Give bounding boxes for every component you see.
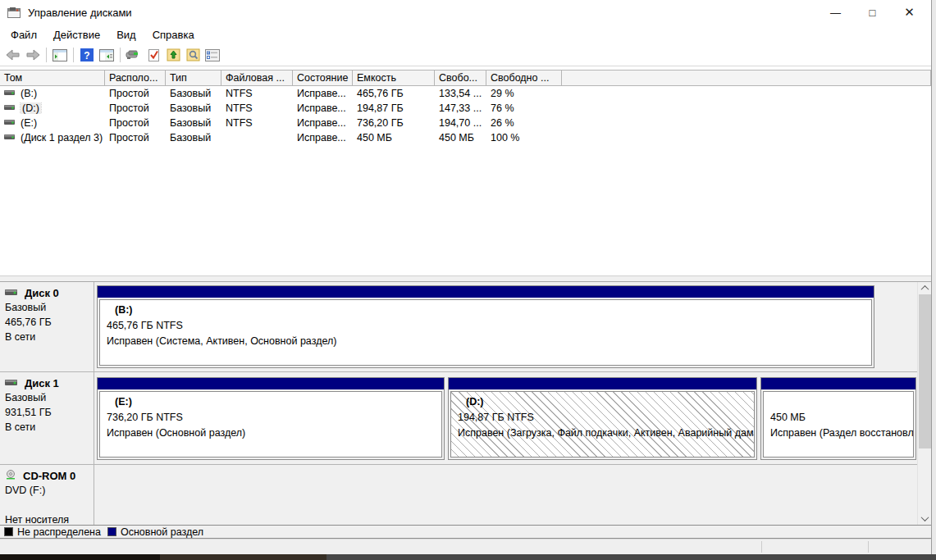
partition-status: Исправен (Основной раздел) bbox=[107, 426, 441, 441]
free-pct-cell: 26 % bbox=[486, 117, 562, 129]
volume-name-cell: (E:) bbox=[0, 117, 105, 129]
column-header-volume[interactable]: Том bbox=[0, 71, 105, 85]
disk-icon bbox=[5, 287, 18, 299]
column-header-status[interactable]: Состояние bbox=[293, 71, 353, 85]
close-button[interactable]: ✕ bbox=[891, 0, 928, 25]
app-icon bbox=[7, 7, 21, 19]
table-row-volume-recovery[interactable]: (Диск 1 раздел 3) Простой Базовый Исправ… bbox=[0, 130, 931, 145]
volume-icon bbox=[4, 88, 16, 99]
cdrom-label[interactable]: CD-ROM 0 DVD (F:) Нет носителя bbox=[0, 465, 94, 525]
legend-bar: Не распределена Основной раздел bbox=[0, 525, 931, 539]
check-document-icon[interactable] bbox=[144, 46, 163, 64]
maximize-button[interactable]: □ bbox=[854, 0, 891, 25]
disk-icon bbox=[5, 377, 18, 389]
forward-icon[interactable] bbox=[23, 46, 43, 64]
partition-status: Исправен (Система, Активен, Основной раз… bbox=[107, 334, 871, 349]
statusbar-separator bbox=[761, 541, 762, 553]
partition-b[interactable]: (B:) 465,76 ГБ NTFS Исправен (Система, А… bbox=[97, 285, 874, 368]
find-icon[interactable] bbox=[183, 46, 203, 64]
filesystem-cell: NTFS bbox=[221, 88, 293, 99]
type-cell: Базовый bbox=[166, 88, 221, 99]
partition-name: (E:) bbox=[107, 394, 441, 410]
partition-color-bar bbox=[98, 378, 444, 389]
scrollbar-thumb[interactable] bbox=[919, 294, 931, 448]
disk-row-cdrom: CD-ROM 0 DVD (F:) Нет носителя bbox=[0, 465, 931, 525]
show-console-tree-icon[interactable] bbox=[50, 46, 70, 64]
statusbar-separator bbox=[868, 541, 869, 553]
menu-action[interactable]: Действие bbox=[45, 26, 108, 43]
menu-view[interactable]: Вид bbox=[108, 26, 144, 43]
volume-table-header: Том Располо... Тип Файловая ... Состояни… bbox=[0, 70, 931, 86]
volume-name-cell: (Диск 1 раздел 3) bbox=[0, 132, 105, 143]
disk-size: 931,51 ГБ bbox=[5, 405, 89, 420]
filesystem-cell: NTFS bbox=[221, 102, 293, 114]
disk-status: Нет носителя bbox=[5, 512, 89, 525]
column-header-filesystem[interactable]: Файловая ... bbox=[221, 71, 293, 85]
capacity-cell: 736,20 ГБ bbox=[353, 117, 435, 129]
panel-splitter[interactable] bbox=[0, 275, 931, 281]
column-header-type[interactable]: Тип bbox=[166, 71, 221, 85]
partition-recovery[interactable]: 450 МБ Исправен (Раздел восстановл bbox=[760, 377, 916, 460]
taskbar-edge bbox=[0, 554, 936, 560]
disk-size bbox=[5, 498, 89, 512]
type-cell: Базовый bbox=[166, 117, 221, 129]
table-row-volume-d[interactable]: (D:) Простой Базовый NTFS Исправе... 194… bbox=[0, 101, 931, 116]
column-header-capacity[interactable]: Емкость bbox=[353, 71, 435, 85]
partition-color-bar bbox=[449, 378, 756, 389]
unallocated-swatch bbox=[4, 527, 13, 536]
minimize-button[interactable]: — bbox=[817, 0, 854, 25]
column-header-filler bbox=[562, 71, 931, 85]
status-cell: Исправе... bbox=[293, 132, 353, 143]
volume-name: (B:) bbox=[21, 88, 37, 99]
disk-type: Базовый bbox=[5, 300, 89, 315]
legend-item-primary: Основной раздел bbox=[107, 526, 203, 538]
partition-info: 450 МБ bbox=[770, 410, 913, 426]
vertical-scrollbar[interactable] bbox=[917, 282, 931, 525]
window-controls: — □ ✕ bbox=[817, 0, 928, 25]
screen: Управление дисками — □ ✕ Файл Действие В… bbox=[0, 0, 936, 560]
remote-computer-icon[interactable] bbox=[124, 46, 144, 64]
layout-cell: Простой bbox=[105, 117, 166, 129]
free-pct-cell: 29 % bbox=[486, 88, 562, 99]
disk0-label[interactable]: Диск 0 Базовый 465,76 ГБ В сети bbox=[0, 282, 94, 371]
disk1-label[interactable]: Диск 1 Базовый 931,51 ГБ В сети bbox=[0, 372, 94, 464]
menu-file[interactable]: Файл bbox=[2, 26, 45, 43]
export-list-icon[interactable] bbox=[163, 46, 183, 64]
capacity-cell: 450 МБ bbox=[353, 132, 435, 143]
title-bar: Управление дисками — □ ✕ bbox=[0, 0, 931, 25]
window-title: Управление дисками bbox=[28, 7, 132, 19]
back-icon[interactable] bbox=[3, 46, 23, 64]
partition-name: (D:) bbox=[458, 394, 754, 410]
toolbar: ? bbox=[0, 44, 931, 66]
layout-cell: Простой bbox=[105, 102, 166, 114]
partition-d-selected[interactable]: (D:) 194,87 ГБ NTFS Исправен (Загрузка, … bbox=[448, 377, 757, 460]
partition-e[interactable]: (E:) 736,20 ГБ NTFS Исправен (Основной р… bbox=[97, 377, 445, 460]
primary-partition-swatch bbox=[107, 527, 116, 536]
disk-type: Базовый bbox=[5, 390, 89, 405]
disk-status: В сети bbox=[5, 420, 89, 435]
volume-name: (E:) bbox=[21, 117, 37, 129]
status-bar bbox=[0, 539, 931, 554]
column-header-free-pct[interactable]: Свободно ... bbox=[486, 71, 562, 85]
help-icon[interactable]: ? bbox=[77, 46, 97, 64]
partition-color-bar bbox=[761, 378, 915, 389]
partition-body-hatched: (D:) 194,87 ГБ NTFS Исправен (Загрузка, … bbox=[450, 391, 755, 458]
properties-list-icon[interactable] bbox=[203, 46, 222, 64]
menu-help[interactable]: Справка bbox=[144, 26, 203, 43]
volume-name-selected: (D:) bbox=[21, 102, 41, 114]
column-header-free[interactable]: Свобо... bbox=[435, 71, 486, 85]
free-cell: 147,33 ... bbox=[435, 102, 486, 114]
partition-color-bar bbox=[98, 286, 874, 298]
column-header-layout[interactable]: Располо... bbox=[105, 71, 166, 85]
partition-status: Исправен (Загрузка, Файл подкачки, Актив… bbox=[458, 426, 754, 441]
table-row-volume-b[interactable]: (B:) Простой Базовый NTFS Исправе... 465… bbox=[0, 86, 931, 101]
table-row-volume-e[interactable]: (E:) Простой Базовый NTFS Исправе... 736… bbox=[0, 116, 931, 130]
scroll-down-icon[interactable] bbox=[918, 512, 931, 525]
scroll-up-icon[interactable] bbox=[918, 282, 931, 294]
disk-row-0: Диск 0 Базовый 465,76 ГБ В сети (B:) 465… bbox=[0, 282, 931, 372]
disk-name: Диск 1 bbox=[25, 377, 59, 389]
show-action-pane-icon[interactable] bbox=[97, 46, 116, 64]
disk-size: 465,76 ГБ bbox=[5, 315, 89, 330]
capacity-cell: 465,76 ГБ bbox=[353, 88, 435, 99]
capacity-cell: 194,87 ГБ bbox=[353, 102, 435, 114]
